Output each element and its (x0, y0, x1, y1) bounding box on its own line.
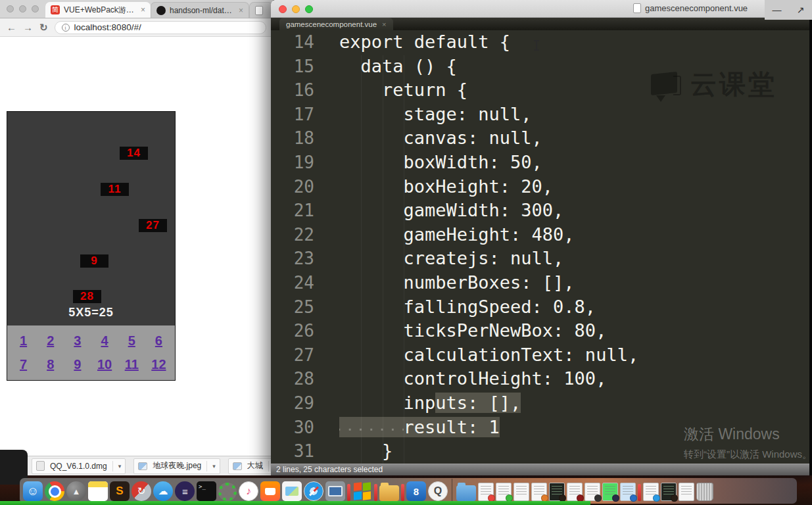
code-line-23[interactable]: 23 createjs: null, (271, 247, 812, 271)
safari-icon[interactable] (304, 481, 323, 501)
line-number: 14 (271, 30, 314, 55)
code-line-28[interactable]: 28 controlHeight: 100, (271, 367, 812, 391)
minimize-icon[interactable]: — (773, 5, 782, 15)
minimize-window-button[interactable] (19, 5, 26, 12)
minimized-window[interactable] (602, 483, 618, 501)
close-window-button[interactable] (7, 5, 14, 12)
selected-whitespace (339, 417, 404, 437)
number-key-3[interactable]: 3 (64, 333, 91, 349)
itunes-icon[interactable]: ♪ (239, 481, 258, 501)
eclipse-icon[interactable]: ≡ (175, 481, 195, 501)
number-key-8[interactable]: 8 (37, 357, 64, 372)
minimized-window[interactable] (567, 483, 583, 501)
number-key-2[interactable]: 2 (37, 333, 64, 349)
editor-tab[interactable]: gamescenecomponent.vue × (279, 18, 393, 30)
browser-tab-2[interactable] (249, 2, 273, 18)
folder-icon[interactable] (379, 485, 399, 501)
chrome-icon[interactable] (45, 481, 64, 501)
notes-icon[interactable] (88, 481, 108, 501)
number-key-11[interactable]: 11 (118, 357, 145, 372)
cloud-app-icon[interactable]: ☁ (153, 481, 173, 501)
close-tab-icon[interactable]: × (239, 6, 243, 15)
screen-edge (809, 20, 812, 475)
close-tab-icon[interactable]: × (141, 5, 145, 14)
editor-window: gamescenecomponent.vue gamescenecomponen… (271, 0, 812, 475)
reload-button[interactable]: ↻ (39, 22, 48, 34)
launchpad-icon[interactable]: ▲ (66, 481, 86, 501)
document-icon (255, 6, 263, 15)
code-line-27[interactable]: 27 calculationText: null, (271, 343, 812, 368)
site-info-icon[interactable]: i (62, 24, 70, 32)
code-area[interactable]: 14export default {15 data () {16 return … (271, 30, 812, 464)
expand-icon[interactable]: ↗ (797, 5, 805, 15)
address-bar[interactable]: i localhost:8080/#/ (55, 21, 266, 34)
parallels-icon[interactable]: 8 (406, 481, 426, 501)
code-text: boxHeight: 20, (314, 175, 553, 199)
minimized-window[interactable] (496, 483, 512, 501)
sync-app-icon[interactable]: ↻ (131, 481, 151, 501)
host-window-controls[interactable]: — ↗ (765, 0, 812, 20)
minimized-window[interactable] (661, 483, 677, 501)
sublime-text-icon[interactable]: S (110, 481, 130, 501)
close-tab-icon[interactable]: × (382, 20, 386, 28)
number-key-4[interactable]: 4 (91, 333, 118, 349)
code-line-19[interactable]: 19 boxWidth: 50, (271, 151, 812, 175)
zoom-window-button[interactable] (32, 5, 39, 12)
browser-traffic-lights[interactable] (0, 5, 45, 18)
number-key-10[interactable]: 10 (91, 357, 118, 372)
code-line-20[interactable]: 20 boxHeight: 20, (271, 175, 812, 199)
code-line-21[interactable]: 21 gameWidth: 300, (271, 199, 812, 223)
minimized-window[interactable] (478, 483, 494, 501)
zoom-window-button[interactable] (305, 5, 313, 13)
editor-traffic-lights[interactable] (279, 5, 313, 13)
downloads-folder-icon[interactable] (456, 485, 476, 501)
minimized-window[interactable] (531, 483, 547, 501)
chevron-down-icon[interactable]: ▾ (118, 463, 122, 469)
code-line-31[interactable]: 31 } (271, 439, 812, 464)
number-key-9[interactable]: 9 (64, 357, 91, 372)
minimized-window[interactable] (679, 483, 694, 501)
close-window-button[interactable] (279, 5, 287, 13)
number-key-7[interactable]: 7 (10, 357, 37, 372)
preview-icon[interactable] (282, 481, 302, 501)
chevron-down-icon[interactable]: ▾ (212, 463, 216, 469)
code-line-22[interactable]: 22 gameHeight: 480, (271, 223, 812, 247)
code-line-30[interactable]: 30 result: 1 (271, 416, 812, 440)
trash-icon[interactable] (696, 483, 713, 501)
code-line-17[interactable]: 17 stage: null, (271, 103, 812, 127)
terminal-icon[interactable]: >_ (197, 481, 216, 501)
code-line-24[interactable]: 24 numberBoxes: [], (271, 271, 812, 295)
green-ring-app-icon[interactable] (218, 483, 237, 501)
download-item[interactable]: 地球夜晚.jpeg▾ (133, 458, 220, 474)
windows-icon[interactable] (352, 481, 372, 501)
browser-tab-1[interactable]: handson-ml/datasets/× (151, 2, 249, 18)
code-line-14[interactable]: 14export default { (271, 30, 812, 55)
minimized-window[interactable] (620, 483, 636, 501)
quicktime-icon[interactable]: Q (428, 481, 448, 501)
code-line-26[interactable]: 26 ticksPerNewBox: 80, (271, 319, 812, 343)
minimized-window[interactable] (513, 483, 529, 501)
line-number: 22 (271, 223, 314, 247)
download-item[interactable]: QQ_V6.1.0.dmg▾ (32, 458, 126, 474)
number-key-6[interactable]: 6 (145, 333, 172, 349)
remote-desktop-icon[interactable] (325, 481, 345, 501)
number-key-12[interactable]: 12 (145, 357, 172, 372)
minimized-window[interactable] (549, 483, 565, 501)
finder-icon[interactable]: ☺ (23, 481, 43, 501)
minimize-window-button[interactable] (292, 5, 300, 13)
url-text[interactable]: localhost:8080/#/ (74, 22, 141, 32)
number-key-5[interactable]: 5 (118, 333, 145, 349)
number-key-1[interactable]: 1 (10, 333, 37, 349)
game-canvas[interactable]: 5X5=25 141127928 (7, 112, 175, 325)
code-line-18[interactable]: 18 canvas: null, (271, 126, 812, 151)
minimized-window[interactable] (643, 483, 659, 501)
code-line-25[interactable]: 25 fallingSpeed: 0.8, (271, 295, 812, 320)
browser-tab-0[interactable]: 简VUE+WebPack游戏设计× (45, 2, 151, 18)
minimized-window[interactable] (585, 483, 600, 501)
code-line-29[interactable]: 29 inputs: [], (271, 391, 812, 416)
tab-label: VUE+WebPack游戏设计 (64, 5, 137, 16)
forward-button[interactable]: → (23, 22, 33, 33)
editor-title-bar[interactable]: gamescenecomponent.vue (271, 0, 812, 18)
books-icon[interactable] (260, 481, 280, 501)
back-button[interactable]: ← (7, 22, 16, 33)
